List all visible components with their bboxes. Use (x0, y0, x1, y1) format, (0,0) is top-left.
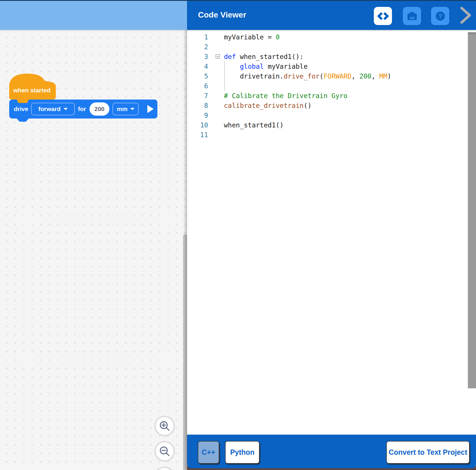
help-icon: ? (434, 10, 447, 22)
fold-gutter (208, 130, 224, 140)
fold-gutter (208, 62, 224, 71)
code-icon (377, 10, 389, 22)
when-started-label: when started (13, 87, 51, 94)
code-text: myVariable = 0 (224, 32, 280, 42)
workspace-toolbar-area (0, 0, 187, 30)
code-line: 4 global myVariable (187, 62, 476, 71)
zoom-out-icon (158, 445, 171, 458)
code-line: 7# Calibrate the Drivetrain Gyro (187, 91, 476, 101)
code-editor[interactable]: 1myVariable = 023def when_started1():4 g… (187, 30, 476, 435)
code-line: 10when_started1() (187, 120, 476, 130)
line-number: 5 (187, 71, 208, 81)
code-line: 9 (187, 110, 476, 120)
reset-zoom-button[interactable] (154, 467, 175, 470)
code-text: when_started1() (224, 120, 284, 130)
line-number: 1 (187, 32, 208, 42)
fold-gutter (208, 91, 224, 101)
code-vertical-scrollbar[interactable] (468, 32, 476, 388)
code-lines: 1myVariable = 023def when_started1():4 g… (187, 32, 476, 140)
code-line: 11 (187, 130, 476, 140)
drive-block-bottom-tab (17, 119, 29, 122)
code-viewer-panel: Code Viewer ? (187, 0, 476, 470)
code-text: drivetrain.drive_for(FORWARD, 200, MM) (224, 71, 391, 81)
blocks-canvas[interactable]: when started drive forward for 200 mm (0, 30, 187, 470)
zoom-in-button[interactable] (154, 416, 175, 436)
brain-icon (406, 10, 418, 22)
unit-value: mm (117, 106, 127, 112)
chevron-down-icon (130, 108, 134, 110)
direction-value: forward (38, 106, 60, 112)
svg-text:?: ? (438, 13, 442, 20)
when-started-block[interactable]: when started (9, 73, 56, 103)
fold-gutter (208, 101, 224, 110)
language-tab-python[interactable]: Python (225, 441, 260, 464)
blocks-workspace-panel: when started drive forward for 200 mm (0, 0, 187, 470)
code-viewer-title: Code Viewer (198, 0, 246, 30)
code-text: calibrate_drivetrain() (224, 101, 312, 110)
collapse-panel-icon (459, 6, 472, 25)
line-number: 3 (187, 52, 208, 62)
code-line: 1myVariable = 0 (187, 32, 476, 42)
line-number: 4 (187, 62, 208, 71)
window-top-edge (0, 0, 476, 1)
line-number: 11 (187, 130, 208, 140)
line-number: 6 (187, 81, 208, 91)
fold-gutter (208, 52, 224, 62)
for-label: for (78, 100, 86, 119)
code-line: 6 (187, 81, 476, 91)
line-number: 8 (187, 101, 208, 110)
collapse-panel-button[interactable] (459, 6, 472, 25)
code-line: 3def when_started1(): (187, 52, 476, 62)
fold-gutter (208, 42, 224, 52)
code-line: 5 drivetrain.drive_for(FORWARD, 200, MM) (187, 71, 476, 81)
fold-gutter (208, 110, 224, 120)
help-button[interactable]: ? (431, 7, 449, 25)
run-block-icon[interactable] (147, 105, 154, 113)
code-viewer-footer: C++Python Convert to Text Project (187, 435, 476, 468)
fold-gutter (208, 32, 224, 42)
direction-dropdown[interactable]: forward (31, 103, 75, 115)
zoom-in-icon (158, 420, 171, 432)
code-text: def when_started1(): (224, 52, 304, 62)
code-line: 8calibrate_drivetrain() (187, 101, 476, 110)
code-view-button[interactable] (374, 7, 392, 25)
canvas-vertical-scrollbar[interactable] (183, 234, 187, 470)
line-number: 2 (187, 42, 208, 52)
vexcode-window: when started drive forward for 200 mm (0, 0, 476, 470)
brain-download-button[interactable] (403, 7, 421, 25)
fold-gutter (208, 81, 224, 91)
unit-dropdown[interactable]: mm (113, 103, 139, 115)
language-tab-c[interactable]: C++ (198, 441, 219, 464)
line-number: 10 (187, 120, 208, 130)
line-number: 9 (187, 110, 208, 120)
code-text: # Calibrate the Drivetrain Gyro (224, 91, 347, 101)
convert-to-text-button[interactable]: Convert to Text Project (386, 441, 470, 464)
fold-gutter (208, 71, 224, 81)
code-viewer-header: Code Viewer ? (187, 0, 476, 30)
code-line: 2 (187, 42, 476, 52)
zoom-out-button[interactable] (154, 441, 175, 462)
line-number: 7 (187, 91, 208, 101)
chevron-down-icon (64, 108, 68, 110)
code-text: global myVariable (224, 62, 308, 71)
fold-toggle-icon[interactable] (216, 54, 220, 59)
fold-gutter (208, 120, 224, 130)
distance-input[interactable]: 200 (90, 102, 109, 116)
